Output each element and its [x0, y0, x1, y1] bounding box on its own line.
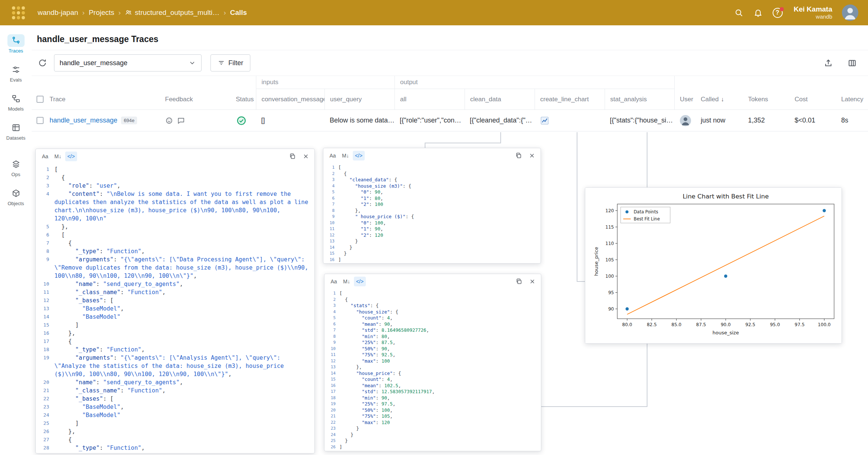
column-header-cost[interactable]: Cost: [789, 89, 836, 109]
left-sidebar: Traces Evals Models Datasets Ops: [0, 25, 32, 455]
column-header-conversation-messages[interactable]: conversation_messages: [256, 89, 324, 109]
refresh-icon[interactable]: [36, 57, 49, 69]
cell-tokens: 1,352: [743, 117, 789, 124]
json-code-view[interactable]: 1[2 {3 "stats": {4 "house_size": {5 "cou…: [324, 289, 541, 451]
svg-text:95: 95: [608, 290, 614, 295]
column-header-create-line-chart[interactable]: create_line_chart: [535, 89, 605, 109]
connector-line: [577, 132, 577, 282]
copy-icon[interactable]: [514, 151, 523, 160]
notification-dot: [780, 7, 784, 11]
column-header-user-query[interactable]: user_query: [324, 89, 395, 109]
markdown-view-button[interactable]: M↓: [52, 152, 64, 161]
select-all-checkbox[interactable]: [37, 96, 44, 103]
svg-text:Data Points: Data Points: [634, 209, 658, 214]
sidebar-item-label: Traces: [9, 48, 23, 54]
toolbar: handle_user_message Filter: [32, 50, 868, 76]
breadcrumb-projects[interactable]: Projects: [89, 9, 114, 17]
help-icon[interactable]: ?: [773, 8, 783, 18]
trace-id-badge: 694e: [121, 117, 137, 124]
chart-popup: 80.082.585.087.590.092.595.097.5100.0909…: [585, 187, 842, 344]
breadcrumb-team[interactable]: wandb-japan: [38, 9, 78, 17]
column-group-row: inputs output: [32, 76, 868, 89]
search-icon[interactable]: [734, 8, 744, 18]
sidebar-item-traces[interactable]: Traces: [0, 34, 32, 54]
objects-icon: [7, 187, 25, 200]
svg-text:Line Chart with Best Fit Line: Line Chart with Best Fit Line: [682, 193, 769, 200]
column-header-latency[interactable]: Latency: [836, 89, 868, 109]
column-header-tokens[interactable]: Tokens: [743, 89, 789, 109]
column-header-stat-analysis[interactable]: stat_analysis: [605, 89, 675, 109]
notifications-bell-icon[interactable]: [753, 8, 763, 18]
column-header-feedback[interactable]: Feedback: [160, 89, 231, 109]
json-code-view[interactable]: 1[2 {3 "cleaned_data": {4 "house_size (m…: [323, 163, 541, 263]
column-header-clean-data[interactable]: clean_data: [465, 89, 535, 109]
column-header-all[interactable]: all: [395, 89, 465, 109]
cell-user-query[interactable]: Below is some data…: [324, 117, 395, 124]
trace-link[interactable]: handle_user_message: [50, 117, 117, 124]
cell-cost: $<0.01: [789, 117, 836, 124]
close-icon[interactable]: [301, 152, 311, 161]
traces-icon: [7, 34, 25, 47]
connector-line: [541, 406, 647, 407]
column-header-trace[interactable]: Trace: [48, 89, 160, 109]
code-view-button[interactable]: </>: [354, 277, 366, 286]
sidebar-item-ops[interactable]: Ops: [0, 158, 32, 177]
svg-text:100: 100: [605, 274, 614, 279]
op-selector-dropdown[interactable]: handle_user_message: [54, 54, 202, 71]
filter-button[interactable]: Filter: [210, 54, 250, 71]
comment-icon[interactable]: [177, 117, 185, 125]
sidebar-item-datasets[interactable]: Datasets: [0, 121, 32, 141]
breadcrumb-project[interactable]: structured_outputs_multi…: [125, 9, 219, 17]
cell-clean-data[interactable]: [{"cleaned_data":{"…: [465, 117, 535, 124]
close-icon[interactable]: [528, 277, 537, 286]
svg-text:80.0: 80.0: [622, 322, 632, 327]
toolbar-right: [822, 57, 858, 69]
sidebar-item-evals[interactable]: Evals: [0, 63, 32, 83]
input-json-popup: Aa M↓ </> 1[2 {3 "role": "user",4 "conte…: [35, 149, 315, 454]
cell-all[interactable]: [{"role":"user","con…: [395, 117, 465, 124]
connector-line: [577, 281, 586, 282]
chart-thumbnail-icon[interactable]: [540, 116, 549, 125]
column-header-row: Trace Feedback Status conversation_messa…: [32, 89, 868, 110]
sidebar-item-label: Evals: [10, 77, 22, 83]
text-view-button[interactable]: Aa: [39, 152, 51, 161]
wandb-logo-icon[interactable]: [12, 6, 25, 19]
copy-icon[interactable]: [514, 277, 524, 286]
add-reaction-icon[interactable]: [165, 117, 173, 125]
svg-text:Best Fit Line: Best Fit Line: [634, 216, 660, 222]
close-icon[interactable]: [527, 151, 537, 160]
text-view-button[interactable]: Aa: [327, 151, 338, 160]
code-view-button[interactable]: </>: [65, 152, 77, 161]
sidebar-item-label: Objects: [7, 201, 24, 206]
cell-conversation-messages[interactable]: []: [256, 117, 324, 124]
breadcrumb-calls[interactable]: Calls: [230, 9, 247, 17]
user-avatar[interactable]: [842, 4, 858, 21]
current-user: Kei Kamata wandb: [794, 5, 833, 20]
sort-desc-icon: ↓: [721, 96, 724, 103]
user-name: Kei Kamata: [794, 5, 833, 14]
copy-icon[interactable]: [288, 152, 297, 161]
column-header-status[interactable]: Status: [231, 89, 256, 109]
markdown-view-button[interactable]: M↓: [340, 151, 351, 160]
breadcrumb-separator: ›: [224, 9, 226, 17]
filter-icon: [218, 59, 225, 67]
svg-text:110: 110: [605, 241, 614, 246]
columns-settings-icon[interactable]: [846, 57, 858, 69]
json-code-view[interactable]: 1[2 {3 "role": "user",4 "content": "\nBe…: [36, 164, 314, 453]
code-view-button[interactable]: </>: [353, 151, 365, 160]
cell-stat-analysis[interactable]: [{"stats":{"house_si…: [605, 117, 675, 124]
text-view-button[interactable]: Aa: [328, 277, 339, 286]
svg-text:95.0: 95.0: [770, 322, 780, 327]
popup-header: Aa M↓ </>: [324, 274, 541, 289]
export-icon[interactable]: [822, 57, 834, 69]
cell-create-line-chart[interactable]: [535, 116, 605, 125]
group-header-inputs: inputs: [256, 76, 395, 89]
column-header-called[interactable]: Called↓: [696, 89, 743, 109]
sidebar-item-objects[interactable]: Objects: [0, 187, 32, 206]
sidebar-item-models[interactable]: Models: [0, 92, 32, 112]
sidebar-item-label: Datasets: [6, 135, 25, 141]
row-checkbox[interactable]: [37, 117, 44, 124]
table-row[interactable]: handle_user_message 694e: [32, 110, 868, 131]
markdown-view-button[interactable]: M↓: [341, 277, 352, 286]
column-header-user[interactable]: User: [675, 89, 696, 109]
